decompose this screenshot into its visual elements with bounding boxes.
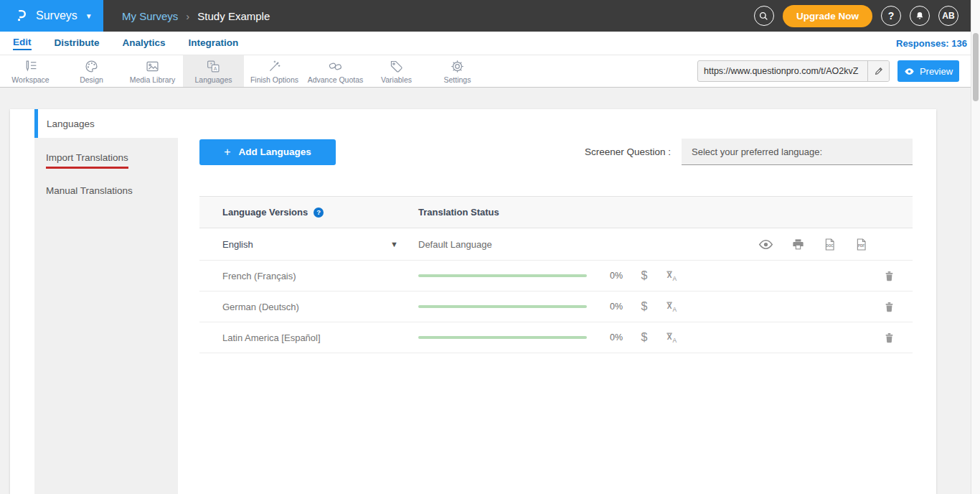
auto-translate-button[interactable]: X A: [664, 330, 679, 345]
survey-url-text[interactable]: https://www.questionpro.com/t/AO2kvZ: [698, 66, 867, 76]
export-doc-button[interactable]: DOC: [823, 238, 837, 251]
translate-icon: X A: [664, 269, 679, 283]
translation-progress-bar: [418, 336, 587, 339]
toolbar-right-group: https://www.questionpro.com/t/AO2kvZ Pre…: [697, 60, 959, 82]
tab-edit[interactable]: Edit: [13, 37, 32, 50]
delete-language-button[interactable]: [883, 301, 895, 313]
toolbar-item-finish-options[interactable]: Finish Options: [244, 55, 305, 87]
languages-card: Languages Import Translations Manual Tra…: [10, 109, 936, 494]
svg-text:DOC: DOC: [826, 244, 834, 248]
trash-icon: [883, 332, 895, 344]
view-button[interactable]: [758, 237, 773, 252]
delete-language-button[interactable]: [883, 270, 895, 282]
default-row-actions: DOC PDF: [758, 237, 868, 252]
screener-question-value: Select your preferred language:: [692, 146, 822, 157]
print-button[interactable]: [791, 238, 805, 251]
svg-text:A: A: [672, 306, 677, 313]
languages-icon: * A: [206, 59, 221, 74]
plus-icon: +: [224, 146, 230, 159]
avatar[interactable]: AB: [938, 6, 958, 26]
tab-integration[interactable]: Integration: [189, 37, 239, 50]
delete-language-button[interactable]: [883, 332, 895, 344]
translation-status-header: Translation Status: [418, 207, 499, 218]
paid-translation-button[interactable]: $: [640, 300, 649, 313]
pdf-file-icon: PDF: [854, 238, 868, 251]
content-top-row: + Add Languages Screener Question : Sele…: [199, 139, 913, 165]
translation-percent: 0%: [604, 302, 628, 312]
breadcrumb: My Surveys › Study Example: [122, 0, 270, 32]
table-header-row: Language Versions ? Translation Status: [199, 196, 913, 228]
avatar-initials: AB: [942, 11, 954, 21]
toolbar-item-languages[interactable]: * A Languages: [183, 55, 244, 87]
tab-distribute[interactable]: Distribute: [55, 37, 100, 50]
trash-icon: [883, 301, 895, 313]
search-button[interactable]: [754, 6, 774, 26]
default-language-status: Default Language: [418, 239, 492, 250]
help-button[interactable]: ?: [881, 6, 901, 26]
toolbar-item-media-library[interactable]: Media Library: [122, 55, 183, 87]
sidebar-item-import-translations[interactable]: Import Translations: [34, 141, 178, 174]
design-icon: [84, 59, 99, 74]
responses-count[interactable]: Responses: 136: [896, 38, 967, 49]
add-languages-label: Add Languages: [239, 146, 311, 157]
svg-text:X: X: [667, 271, 672, 279]
languages-content: + Add Languages Screener Question : Sele…: [178, 109, 936, 494]
survey-tab-bar: Edit Distribute Analytics Integration Re…: [0, 32, 980, 55]
eye-icon: [758, 237, 773, 252]
topbar-actions: Upgrade Now ? AB: [754, 0, 980, 32]
survey-url-field[interactable]: https://www.questionpro.com/t/AO2kvZ: [697, 60, 890, 82]
paid-translation-button[interactable]: $: [640, 331, 649, 344]
svg-text:X: X: [667, 333, 672, 341]
trash-icon: [883, 270, 895, 282]
paid-translation-button[interactable]: $: [640, 269, 649, 282]
top-bar: Surveys ▼ My Surveys › Study Example Upg…: [0, 0, 980, 32]
svg-text:PDF: PDF: [858, 244, 865, 248]
auto-translate-button[interactable]: X A: [664, 269, 679, 283]
toolbar-item-label: Finish Options: [250, 75, 298, 84]
toolbar-item-label: Workspace: [11, 75, 49, 84]
translation-percent: 0%: [604, 271, 628, 281]
toolbar-item-advance-quotas[interactable]: Advance Quotas: [305, 55, 366, 87]
screener-question-select[interactable]: Select your preferred language:: [682, 139, 913, 165]
toolbar-item-design[interactable]: Design: [61, 55, 122, 87]
sidebar-item-manual-translations[interactable]: Manual Translations: [34, 174, 178, 202]
edit-url-button[interactable]: [867, 61, 889, 81]
auto-translate-button[interactable]: X A: [664, 299, 679, 314]
finish-options-icon: [267, 59, 282, 74]
printer-icon: [791, 238, 805, 251]
pencil-icon: [874, 66, 884, 76]
svg-text:A: A: [672, 337, 677, 344]
preview-button[interactable]: Preview: [897, 60, 959, 82]
toolbar-item-settings[interactable]: Settings: [427, 55, 488, 87]
translation-percent: 0%: [604, 332, 628, 342]
variables-icon: [389, 59, 404, 74]
doc-file-icon: DOC: [823, 238, 837, 251]
sidebar-title-label: Languages: [47, 118, 95, 129]
help-icon[interactable]: ?: [314, 208, 324, 218]
toolbar-item-variables[interactable]: Variables: [366, 55, 427, 87]
screener-question-label: Screener Question :: [585, 146, 671, 157]
language-name: Latin America [Español]: [222, 332, 321, 343]
brand-menu[interactable]: Surveys ▼: [0, 0, 103, 32]
export-pdf-button[interactable]: PDF: [854, 238, 868, 251]
toolbar-item-workspace[interactable]: Workspace: [0, 55, 61, 87]
sidebar-title: Languages: [34, 109, 178, 138]
chevron-down-icon[interactable]: ▼: [390, 240, 398, 248]
scrollbar-thumb[interactable]: [973, 33, 979, 101]
svg-text:A: A: [672, 275, 677, 282]
toolbar-item-label: Advance Quotas: [308, 75, 364, 84]
tab-analytics[interactable]: Analytics: [123, 37, 166, 50]
add-languages-button[interactable]: + Add Languages: [199, 139, 336, 165]
toolbar-item-label: Settings: [444, 75, 471, 84]
language-name: German (Deutsch): [222, 302, 299, 312]
preview-label: Preview: [920, 66, 953, 77]
upgrade-now-button[interactable]: Upgrade Now: [783, 5, 872, 27]
sidebar-panel: Import Translations Manual Translations: [34, 138, 178, 494]
vertical-scrollbar[interactable]: [971, 0, 980, 494]
advance-quotas-icon: [328, 59, 343, 74]
page-background: Languages Import Translations Manual Tra…: [0, 88, 980, 494]
edit-toolbar: Workspace Design Media Library: [0, 55, 980, 88]
breadcrumb-my-surveys[interactable]: My Surveys: [122, 10, 178, 22]
bell-icon: [915, 11, 925, 21]
notifications-button[interactable]: [910, 6, 930, 26]
